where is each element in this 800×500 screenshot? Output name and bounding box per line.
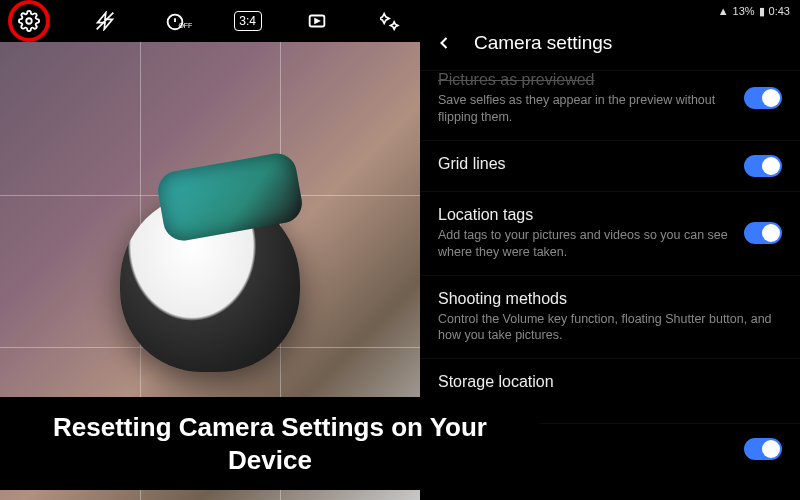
setting-title: Pictures as previewed — [438, 71, 732, 89]
preview-subject — [120, 192, 300, 372]
setting-title: Grid lines — [438, 155, 732, 173]
aspect-ratio-icon[interactable]: 3:4 — [234, 11, 262, 31]
setting-shooting-methods[interactable]: Shooting methods Control the Volume key … — [420, 275, 800, 359]
aspect-ratio-label: 3:4 — [239, 14, 256, 28]
setting-title: Storage location — [438, 373, 782, 391]
setting-grid-lines[interactable]: Grid lines — [420, 140, 800, 191]
toggle-switch[interactable] — [744, 438, 782, 460]
caption-band: Resetting Camera Settings on Your Device — [0, 397, 540, 490]
setting-subtitle: Control the Volume key function, floatin… — [438, 311, 782, 345]
svg-point-0 — [26, 18, 32, 24]
timer-off-icon[interactable]: OFF — [160, 3, 196, 39]
clock: 0:43 — [769, 5, 790, 17]
status-bar: ▲ 13% ▮ 0:43 — [420, 0, 800, 22]
camera-toolbar: OFF 3:4 — [0, 0, 420, 42]
toggle-switch[interactable] — [744, 87, 782, 109]
setting-subtitle: Save selfies as they appear in the previ… — [438, 92, 732, 126]
signal-icon: ▲ — [718, 5, 729, 17]
setting-subtitle: Add tags to your pictures and videos so … — [438, 227, 732, 261]
flash-off-icon[interactable] — [87, 3, 123, 39]
svg-marker-5 — [315, 19, 319, 23]
toggle-switch[interactable] — [744, 222, 782, 244]
battery-level: 13% — [733, 5, 755, 17]
effects-icon[interactable] — [372, 3, 408, 39]
setting-pictures-as-previewed[interactable]: Pictures as previewed Save selfies as th… — [420, 70, 800, 140]
motion-photo-icon[interactable] — [299, 3, 335, 39]
setting-location-tags[interactable]: Location tags Add tags to your pictures … — [420, 191, 800, 275]
page-title: Camera settings — [474, 32, 612, 54]
settings-header: Camera settings — [420, 22, 800, 70]
gear-icon[interactable] — [8, 0, 50, 42]
setting-title: Shooting methods — [438, 290, 782, 308]
battery-icon: ▮ — [759, 5, 765, 18]
setting-title: Location tags — [438, 206, 732, 224]
back-icon[interactable] — [434, 32, 456, 54]
toggle-switch[interactable] — [744, 155, 782, 177]
